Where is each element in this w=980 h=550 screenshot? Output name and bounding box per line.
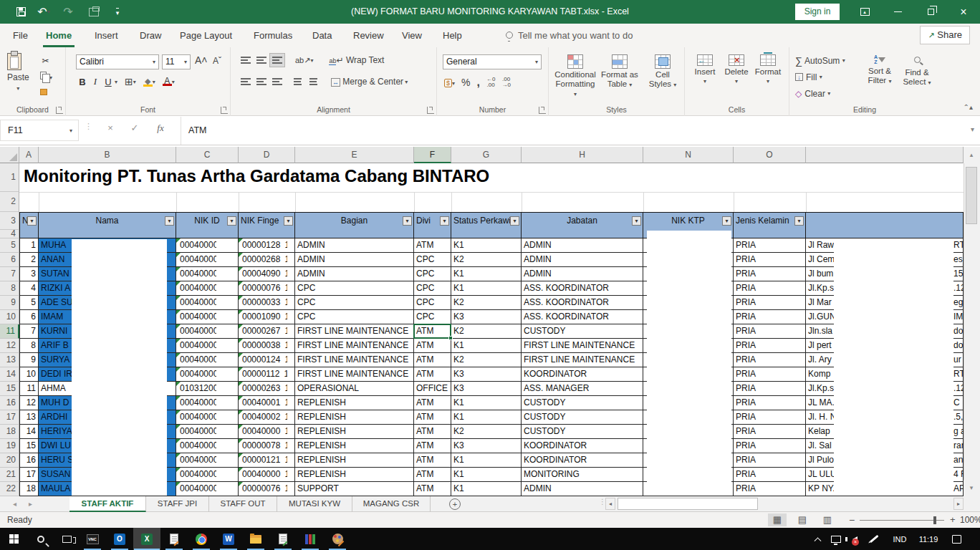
underline-button[interactable]: U	[102, 77, 115, 87]
cell-status_perkawinan-row11[interactable]: K2	[451, 324, 522, 339]
tab-draw[interactable]: Draw	[137, 24, 164, 47]
cell-bagian-row13[interactable]: FIRST LINE MAINTENANCE	[295, 353, 414, 367]
cell-nik_id-row10[interactable]: 00040000	[176, 310, 239, 324]
cell-jabatan-row13[interactable]: FIRST LINE MAINTENANCE	[522, 353, 643, 367]
decrease-decimal-button[interactable]: .00→0	[501, 77, 510, 88]
clipboard-dialog-launcher-icon[interactable]	[56, 107, 63, 114]
cell-no-row21[interactable]: 17	[19, 468, 39, 482]
vscroll-thumb[interactable]	[966, 167, 977, 224]
cell-jenis_kelamin-row5[interactable]: PRIA	[734, 238, 806, 253]
font-color-button[interactable]: A	[163, 77, 172, 86]
row-header-20[interactable]: 20	[0, 453, 19, 468]
cell-jabatan-row19[interactable]: KOORDINATOR	[522, 439, 643, 453]
taskbar-word[interactable]: W	[215, 528, 242, 550]
share-button[interactable]: ↗ Share	[920, 26, 970, 44]
cell-nik_id-row8[interactable]: 00040000	[176, 281, 239, 296]
filter-dropdown-icon[interactable]: ▾	[227, 216, 236, 226]
tab-file[interactable]: File	[10, 24, 31, 47]
zoom-slider[interactable]	[860, 520, 944, 521]
row-header-19[interactable]: 19	[0, 439, 19, 453]
filter-dropdown-icon[interactable]: ▾	[27, 216, 37, 226]
cell-no-row13[interactable]: 9	[19, 353, 39, 367]
taskbar-excel[interactable]: X	[133, 528, 160, 550]
row-header-21[interactable]: 21	[0, 468, 19, 482]
tab-page-layout[interactable]: Page Layout	[177, 24, 235, 47]
cell-nik_finger-row15[interactable]: 000002631	[239, 382, 295, 396]
row-header-13[interactable]: 13	[0, 353, 19, 367]
hscroll-left-icon[interactable]: ◂	[605, 498, 615, 510]
taskbar-outlook[interactable]: O	[106, 528, 133, 550]
row-header-4[interactable]: 4	[0, 230, 19, 238]
cell-jabatan-row15[interactable]: ASS. MANAGER	[522, 382, 643, 396]
cell-jenis_kelamin-row6[interactable]: PRIA	[734, 253, 806, 267]
volume-muted-icon[interactable]: ×	[846, 528, 863, 550]
cell-jenis_kelamin-row10[interactable]: PRIA	[734, 310, 806, 324]
row-header-9[interactable]: 9	[0, 296, 19, 310]
cell-jenis_kelamin-row22[interactable]: PRIA	[734, 482, 806, 496]
start-button[interactable]	[0, 528, 27, 550]
cell-divisi-row17[interactable]: ATM	[414, 410, 451, 425]
zoom-out-icon[interactable]: −	[849, 512, 855, 528]
cell-nik_id-row12[interactable]: 00040000	[176, 339, 239, 353]
tab-view[interactable]: View	[399, 24, 425, 47]
cell-nik_id-row17[interactable]: 00040000	[176, 410, 239, 425]
cell-jabatan-row14[interactable]: KOORDINATOR	[522, 367, 643, 382]
taskbar-file-explorer[interactable]	[242, 528, 269, 550]
filter-header-nik_id[interactable]: NIK ID▾	[176, 212, 239, 238]
cell-jenis_kelamin-row7[interactable]: PRIA	[734, 267, 806, 281]
cell-bagian-row22[interactable]: SUPPORT	[295, 482, 414, 496]
filter-header-no[interactable]: N▾	[19, 212, 39, 238]
taskbar-chrome[interactable]	[188, 528, 215, 550]
cell-status_perkawinan-row14[interactable]: K3	[451, 367, 522, 382]
cell-nik_finger-row19[interactable]: 000000781	[239, 439, 295, 453]
conditional-formatting-button[interactable]: ConditionalFormatting ▾	[553, 54, 597, 99]
cell-bagian-row9[interactable]: CPC	[295, 296, 414, 310]
filter-header-jenis_kelamin[interactable]: Jenis Kelamin▾	[734, 212, 806, 238]
row-header-1[interactable]: 1	[0, 163, 19, 192]
tab-help[interactable]: Help	[440, 24, 465, 47]
cell-bagian-row10[interactable]: CPC	[295, 310, 414, 324]
font-dialog-launcher-icon[interactable]	[221, 107, 228, 114]
cell-bagian-row18[interactable]: REPLENISH	[295, 425, 414, 439]
format-cells-button[interactable]: Format▾	[752, 54, 784, 86]
cell-jabatan-row17[interactable]: CUSTODY	[522, 410, 643, 425]
cell-status_perkawinan-row10[interactable]: K3	[451, 310, 522, 324]
cell-no-row17[interactable]: 13	[19, 410, 39, 425]
cell-jabatan-row6[interactable]: ADMIN	[522, 253, 643, 267]
filter-header-jabatan[interactable]: Jabatan▾	[522, 212, 643, 238]
increase-indent-button[interactable]	[305, 74, 321, 89]
middle-align-button[interactable]	[254, 53, 269, 67]
alignment-dialog-launcher-icon[interactable]	[427, 107, 434, 114]
cell-jenis_kelamin-row13[interactable]: PRIA	[734, 353, 806, 367]
cell-divisi-row8[interactable]: CPC	[414, 281, 451, 296]
delete-cells-button[interactable]: Delete▾	[721, 54, 752, 86]
normal-view-icon[interactable]: ▦	[768, 513, 787, 526]
filter-dropdown-icon[interactable]: ▾	[794, 216, 804, 226]
increase-decimal-button[interactable]: ←0.00	[486, 77, 495, 88]
cell-nik_finger-row11[interactable]: 000002671	[239, 324, 295, 339]
cell-jabatan-row18[interactable]: CUSTODY	[522, 425, 643, 439]
cell-nik_finger-row17[interactable]: 000400021	[239, 410, 295, 425]
cell-bagian-row19[interactable]: REPLENISH	[295, 439, 414, 453]
cell-jabatan-row7[interactable]: ADMIN	[522, 267, 643, 281]
autosum-button[interactable]: ∑AutoSum ▾	[795, 53, 845, 68]
task-view-button[interactable]	[53, 528, 80, 550]
cell-nik_finger-row7[interactable]: 000040901	[239, 267, 295, 281]
cell-status_perkawinan-row13[interactable]: K2	[451, 353, 522, 367]
cell-no-row11[interactable]: 7	[19, 324, 39, 339]
cell-nik_finger-row16[interactable]: 000400011	[239, 396, 295, 410]
cell-divisi-row20[interactable]: ATM	[414, 453, 451, 468]
cell-no-row22[interactable]: 18	[19, 482, 39, 496]
row-header-10[interactable]: 10	[0, 310, 19, 324]
cell-jabatan-row8[interactable]: ASS. KOORDINATOR	[522, 281, 643, 296]
enter-icon[interactable]: ✓	[126, 122, 143, 133]
cell-jabatan-row12[interactable]: FIRST LINE MAINTENANCE	[522, 339, 643, 353]
row-header-11[interactable]: 11	[0, 324, 19, 339]
row-header-2[interactable]: 2	[0, 192, 19, 212]
percent-style-button[interactable]: %	[461, 77, 470, 88]
taskbar-document-app[interactable]	[160, 528, 188, 550]
filter-dropdown-icon[interactable]: ▾	[165, 216, 174, 226]
sheet-tab-mutasi-kyw[interactable]: MUTASI KYW	[277, 496, 352, 512]
cell-jenis_kelamin-row17[interactable]: PRIA	[734, 410, 806, 425]
cell-jenis_kelamin-row15[interactable]: PRIA	[734, 382, 806, 396]
